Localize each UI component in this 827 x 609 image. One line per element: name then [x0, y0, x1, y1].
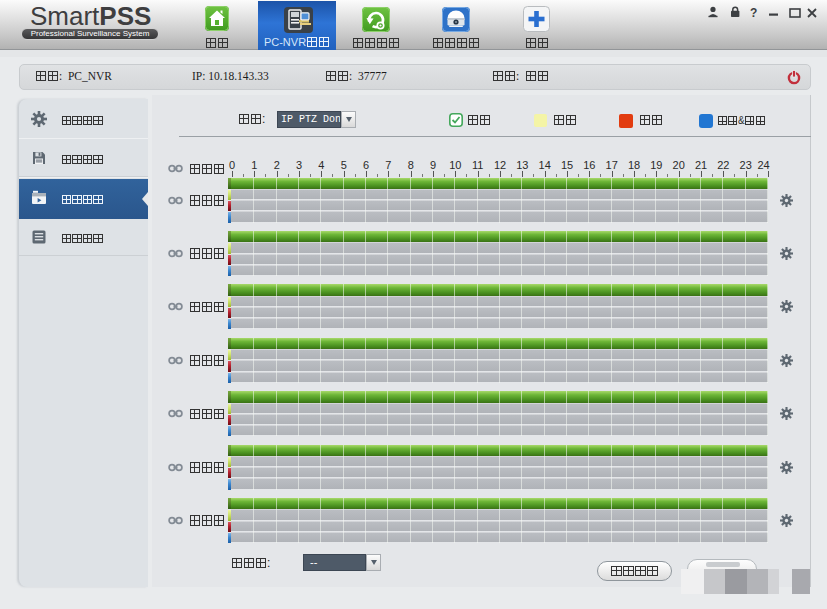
svg-text:?: ?	[750, 6, 757, 18]
